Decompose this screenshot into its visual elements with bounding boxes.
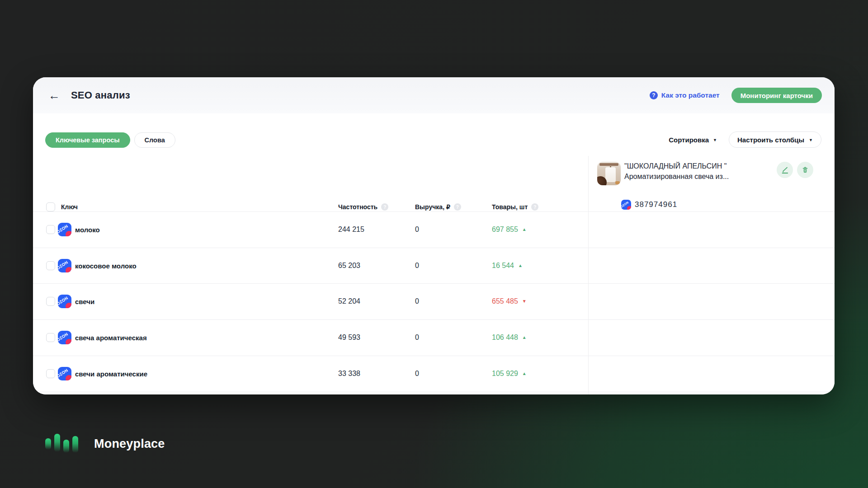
products-cell: 655 485 ▼ <box>492 297 527 305</box>
configure-columns-label: Настроить столбцы <box>737 136 804 144</box>
row-checkbox[interactable] <box>46 297 55 306</box>
trend-up-icon: ▲ <box>522 335 527 340</box>
product-sku: 387974961 <box>635 200 677 209</box>
trend-up-icon: ▲ <box>522 227 527 232</box>
panel-divider <box>588 156 589 394</box>
revenue-cell: 0 <box>415 297 419 305</box>
row-checkbox[interactable] <box>46 225 55 234</box>
ozon-marketplace-icon: OZON <box>58 331 71 344</box>
table-row[interactable]: OZON свечи ароматические 33 338 0 105 92… <box>33 356 588 392</box>
keyword-cell: свечи ароматические <box>75 370 147 378</box>
ozon-ball-icon <box>66 303 71 308</box>
trend-down-icon: ▼ <box>522 299 527 304</box>
select-all-checkbox[interactable] <box>46 202 55 211</box>
table-controls: Сортировка ▼ Настроить столбцы ▼ <box>669 131 821 148</box>
trash-icon <box>802 166 809 174</box>
ozon-marketplace-icon: OZON <box>58 259 71 272</box>
moneyplace-logo-icon <box>45 434 80 455</box>
page-title: SEO анализ <box>71 89 130 101</box>
revenue-cell: 0 <box>415 370 419 378</box>
delete-button[interactable] <box>797 162 813 178</box>
table-row[interactable]: OZON свеча ароматическая 49 593 0 106 44… <box>33 319 588 356</box>
divider <box>33 392 835 392</box>
edit-button[interactable] <box>777 162 793 178</box>
monitor-card-button[interactable]: Мониторинг карточки <box>731 88 822 103</box>
help-icon[interactable]: ? <box>454 203 461 211</box>
brand-footer: Moneyplace <box>45 432 165 456</box>
keyword-cell: молоко <box>75 226 100 234</box>
ozon-ball-icon <box>66 231 71 236</box>
revenue-cell: 0 <box>415 333 419 342</box>
products-cell: 106 448 ▲ <box>492 333 527 342</box>
ozon-marketplace-icon: OZON <box>58 295 71 308</box>
header-actions: ? Как это работает Мониторинг карточки <box>650 88 822 103</box>
keyword-cell: свечи <box>75 298 94 305</box>
ozon-marketplace-icon: OZON <box>58 367 71 380</box>
row-checkbox[interactable] <box>46 369 55 378</box>
ozon-ball-icon <box>66 375 71 380</box>
frequency-cell: 65 203 <box>338 262 360 270</box>
frequency-cell: 244 215 <box>338 225 364 234</box>
row-checkbox[interactable] <box>46 333 55 342</box>
products-cell: 697 855 ▲ <box>492 225 527 234</box>
products-cell: 105 929 ▲ <box>492 370 527 378</box>
view-tabs: Ключевые запросы Слова <box>45 132 175 148</box>
help-icon: ? <box>650 91 658 99</box>
ozon-marketplace-icon: OZON <box>621 200 631 210</box>
page-background: ← SEO анализ ? Как это работает Монитори… <box>0 0 868 488</box>
chevron-down-icon: ▼ <box>809 138 813 142</box>
sort-label: Сортировка <box>669 136 709 144</box>
tab-words[interactable]: Слова <box>134 132 175 148</box>
table-row[interactable]: OZON кокосовое молоко 65 203 0 16 544 ▲ <box>33 248 588 284</box>
keyword-cell: свеча ароматическая <box>75 334 147 342</box>
seo-analysis-card: ← SEO анализ ? Как это работает Монитори… <box>33 77 835 394</box>
card-header: ← SEO анализ ? Как это работает Монитори… <box>33 77 835 113</box>
brand-name: Moneyplace <box>94 437 165 451</box>
frequency-cell: 49 593 <box>338 333 360 342</box>
help-icon[interactable]: ? <box>531 203 538 211</box>
products-cell: 16 544 ▲ <box>492 262 523 270</box>
product-title: "ШОКОЛАДНЫЙ АПЕЛЬСИН " Ароматизированная… <box>624 161 774 182</box>
how-it-works-link[interactable]: ? Как это работает <box>650 91 720 99</box>
ozon-marketplace-icon: OZON <box>58 223 71 236</box>
revenue-cell: 0 <box>415 262 419 270</box>
product-thumbnail <box>597 162 621 185</box>
ozon-ball-icon <box>627 206 631 210</box>
row-checkbox[interactable] <box>46 261 55 270</box>
configure-columns-button[interactable]: Настроить столбцы ▼ <box>729 131 821 148</box>
sort-dropdown[interactable]: Сортировка ▼ <box>669 136 717 144</box>
table-row[interactable]: OZON молоко 244 215 0 697 855 ▲ <box>33 211 588 248</box>
product-sku-row: OZON 387974961 <box>621 199 677 210</box>
table-row[interactable]: OZON свечи 52 204 0 655 485 ▼ <box>33 283 588 319</box>
frequency-cell: 52 204 <box>338 297 360 305</box>
chevron-down-icon: ▼ <box>713 138 717 142</box>
card-body: Ключевые запросы Слова Сортировка ▼ Наст… <box>33 113 835 394</box>
how-it-works-label: Как это работает <box>661 91 720 99</box>
ozon-ball-icon <box>66 339 71 344</box>
trend-up-icon: ▲ <box>522 371 527 376</box>
help-icon[interactable]: ? <box>381 203 388 211</box>
revenue-cell: 0 <box>415 225 419 234</box>
edit-pencil-icon <box>781 166 789 174</box>
trend-up-icon: ▲ <box>518 263 523 268</box>
tab-keyword-queries[interactable]: Ключевые запросы <box>45 132 130 148</box>
back-arrow-icon[interactable]: ← <box>48 89 61 101</box>
keyword-cell: кокосовое молоко <box>75 262 137 270</box>
ozon-ball-icon <box>66 267 71 272</box>
frequency-cell: 33 338 <box>338 370 360 378</box>
